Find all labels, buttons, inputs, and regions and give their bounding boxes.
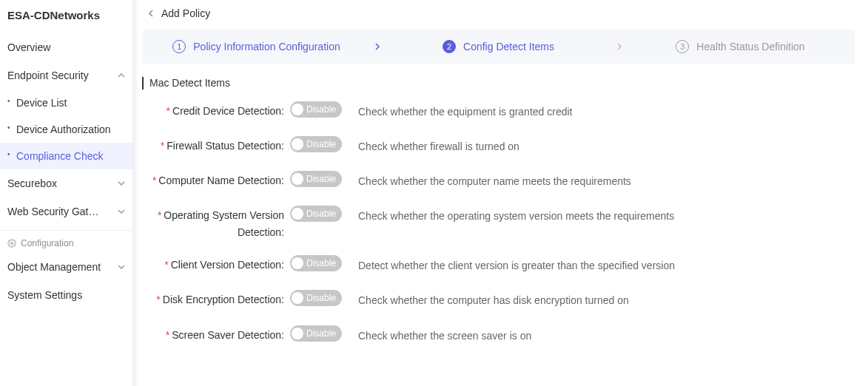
step-num-3: 3 (676, 40, 689, 53)
row-disk-encryption: *Disk Encryption Detection: Disable Chec… (142, 288, 868, 310)
toggle-label: Disable (306, 209, 336, 219)
toggle-knob-icon (292, 257, 303, 269)
toggle-label: Disable (306, 293, 336, 303)
nav-endpoint-security-label: Endpoint Security (7, 70, 89, 81)
nav-device-list-label: Device List (16, 97, 67, 109)
toggle-label: Disable (306, 139, 336, 149)
toggle-knob-icon (292, 292, 303, 304)
toggle-firewall-status[interactable]: Disable (290, 136, 342, 152)
gear-icon (7, 239, 16, 248)
nav-web-security-gateway[interactable]: Web Security Gatew... (0, 197, 132, 226)
toggle-disk-encryption[interactable]: Disable (290, 290, 342, 306)
detect-items-form: *Credit Device Detection: Disable Check … (133, 100, 868, 359)
nav-securebox-label: Securebox (7, 177, 57, 189)
desc-screen-saver: Check whether the screen saver is on (358, 324, 706, 345)
page-header: Add Policy (133, 0, 868, 30)
row-credit-device: *Credit Device Detection: Disable Check … (142, 100, 868, 121)
toggle-credit-device[interactable]: Disable (290, 101, 342, 118)
toggle-client-version[interactable]: Disable (290, 255, 342, 271)
nav: Overview Endpoint Security Device List D… (0, 30, 132, 309)
row-computer-name: *Computer Name Detection: Disable Check … (142, 169, 868, 191)
label-client-version: *Client Version Detection: (142, 254, 290, 273)
page-title: Add Policy (161, 7, 210, 19)
nav-overview[interactable]: Overview (0, 33, 132, 61)
label-screen-saver: *Screen Saver Detection: (142, 324, 290, 343)
step-label-2: Config Detect Items (463, 41, 554, 53)
toggle-computer-name[interactable]: Disable (290, 171, 342, 187)
desc-os-version: Check whether the operating system versi… (358, 204, 706, 226)
toggle-knob-icon (292, 138, 303, 150)
chevron-down-icon (118, 180, 125, 187)
nav-compliance-check[interactable]: Compliance Check (0, 143, 132, 169)
label-firewall-status: *Firewall Status Detection: (142, 135, 290, 154)
nav-object-management-label: Object Management (7, 261, 101, 273)
nav-object-management[interactable]: Object Management (0, 253, 132, 281)
step-num-1: 1 (172, 40, 186, 53)
toggle-knob-icon (292, 104, 303, 115)
label-computer-name: *Computer Name Detection: (142, 169, 290, 189)
step-num-2: 2 (443, 40, 456, 53)
row-client-version: *Client Version Detection: Disable Detec… (142, 254, 868, 275)
nav-web-security-gateway-label: Web Security Gatew... (7, 206, 104, 217)
nav-section-configuration-label: Configuration (21, 238, 73, 248)
row-screen-saver: *Screen Saver Detection: Disable Check w… (142, 324, 868, 345)
desc-client-version: Detect whether the client version is gre… (358, 254, 706, 275)
nav-securebox[interactable]: Securebox (0, 169, 132, 197)
nav-system-settings[interactable]: System Settings (0, 281, 132, 309)
nav-device-list[interactable]: Device List (0, 89, 132, 116)
nav-section-configuration: Configuration (0, 230, 132, 253)
back-icon[interactable] (147, 9, 155, 18)
step-config-detect[interactable]: 2 Config Detect Items (384, 40, 613, 53)
toggle-label: Disable (306, 174, 336, 184)
nav-system-settings-label: System Settings (7, 289, 82, 301)
section-title: Mac Detect Items (142, 77, 868, 89)
label-os-version: *Operating System Version Detection: (142, 204, 290, 240)
brand-title: ESA-CDNetworks (0, 0, 132, 30)
label-credit-device: *Credit Device Detection: (142, 100, 290, 119)
nav-endpoint-security[interactable]: Endpoint Security (0, 61, 132, 89)
desc-firewall-status: Check whether firewall is turned on (358, 135, 706, 156)
chevron-right-icon (371, 43, 384, 50)
desc-disk-encryption: Check whether the computer has disk encr… (358, 288, 706, 310)
chevron-down-icon (118, 263, 125, 271)
toggle-knob-icon (292, 208, 303, 220)
chevron-down-icon (118, 208, 125, 215)
toggle-label: Disable (306, 258, 336, 268)
chevron-right-icon (613, 43, 626, 50)
nav-compliance-check-label: Compliance Check (16, 150, 104, 162)
step-label-1: Policy Information Configuration (193, 41, 340, 53)
step-policy-info[interactable]: 1 Policy Information Configuration (142, 40, 371, 53)
toggle-knob-icon (292, 328, 303, 339)
toggle-os-version[interactable]: Disable (290, 206, 342, 222)
toggle-screen-saver[interactable]: Disable (290, 325, 342, 342)
nav-device-authorization-label: Device Authorization (16, 123, 111, 135)
label-disk-encryption: *Disk Encryption Detection: (142, 288, 290, 308)
sidebar: ESA-CDNetworks Overview Endpoint Securit… (0, 0, 133, 386)
svg-point-0 (11, 243, 13, 245)
nav-overview-label: Overview (7, 41, 50, 53)
toggle-knob-icon (292, 173, 303, 185)
row-firewall-status: *Firewall Status Detection: Disable Chec… (142, 135, 868, 156)
desc-computer-name: Check whether the computer name meets th… (358, 169, 706, 191)
chevron-up-icon (118, 72, 125, 79)
row-os-version: *Operating System Version Detection: Dis… (142, 204, 868, 240)
steps-bar: 1 Policy Information Configuration 2 Con… (142, 30, 855, 64)
main-content: Add Policy 1 Policy Information Configur… (133, 0, 868, 386)
nav-device-authorization[interactable]: Device Authorization (0, 116, 132, 143)
desc-credit-device: Check whether the equipment is granted c… (358, 100, 706, 121)
toggle-label: Disable (306, 328, 336, 339)
step-health-status[interactable]: 3 Health Status Definition (626, 40, 855, 53)
step-label-3: Health Status Definition (696, 41, 804, 53)
toggle-label: Disable (306, 104, 336, 115)
